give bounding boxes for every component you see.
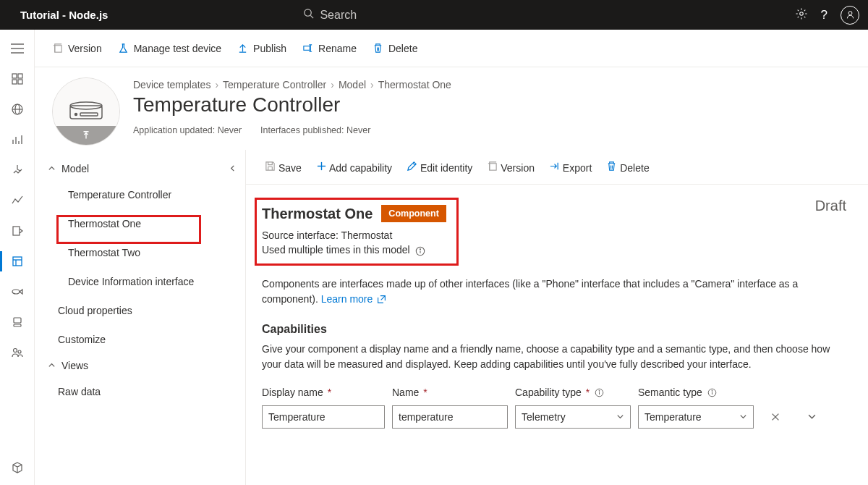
templates-icon[interactable] [10,254,25,269]
globe-icon[interactable] [10,102,25,117]
command-bar: Version Manage test device Publish Renam… [35,30,868,67]
semantic-type-select[interactable]: Temperature [638,405,754,429]
admin-icon[interactable] [10,315,25,329]
dashboard-icon[interactable] [10,72,25,86]
svg-rect-7 [12,74,17,78]
component-description: Components are interfaces made up of oth… [262,277,846,307]
component-badge: Component [381,205,446,222]
chevron-left-icon[interactable] [229,163,237,174]
help-icon[interactable]: ? [821,8,827,22]
chart-icon[interactable] [10,132,25,147]
svg-point-22 [12,290,20,294]
save-button: Save [265,161,302,174]
info-icon[interactable] [595,388,604,397]
template-icon [52,77,120,146]
export-icon[interactable] [10,284,25,299]
learn-more-link[interactable]: Learn more [321,293,373,305]
version-icon [52,43,63,54]
capabilities-description: Give your component a display name and a… [262,342,846,372]
external-link-icon [377,295,386,304]
app-title: Tutorial - Node.js [20,9,108,21]
component-title: Thermostat One [262,206,373,222]
delete-button[interactable]: Delete [606,161,649,174]
svg-rect-27 [55,46,61,52]
column-name: Name * [392,387,508,398]
breadcrumb-item[interactable]: Model [339,79,366,90]
used-multiple-label: Used multiple times in this model [262,242,836,257]
column-semantic-type: Semantic type [638,387,754,398]
breadcrumb-item: Thermostat One [378,79,451,90]
rename-icon [302,43,313,54]
expand-row-button[interactable] [797,412,826,421]
gear-icon[interactable] [795,7,808,23]
cube-icon[interactable] [10,460,25,475]
chevron-down-icon [739,411,747,423]
hamburger-icon[interactable] [10,41,25,56]
name-input[interactable]: temperature [392,405,508,429]
analytics-icon[interactable] [10,193,25,208]
trash-icon [606,161,617,172]
rules-icon[interactable] [10,163,25,177]
tree-item-cloud-properties[interactable]: Cloud properties [35,296,245,325]
svg-rect-24 [14,324,21,326]
interfaces-published-label: Interfaces published: Never [260,125,370,135]
nav-rail [0,30,35,485]
svg-line-1 [311,15,314,18]
svg-rect-29 [70,106,102,119]
edit-identity-button[interactable]: Edit identity [407,161,472,174]
search-icon [303,8,314,22]
publish-button[interactable]: Publish [237,43,286,54]
search-placeholder: Search [320,9,357,22]
chevron-up-icon [48,163,56,174]
jobs-icon[interactable] [10,224,25,238]
svg-rect-28 [304,46,310,51]
remove-row-button[interactable] [761,412,790,422]
svg-rect-9 [12,80,17,84]
info-icon[interactable] [707,388,717,397]
publish-icon [237,43,248,54]
source-interface-label: Source interface: Thermostat [262,228,836,242]
breadcrumb-item[interactable]: Temperature Controller [223,79,326,90]
chevron-down-icon [616,411,624,423]
column-display-name: Display name * [262,387,385,398]
manage-test-device-button[interactable]: Manage test device [118,43,221,54]
svg-rect-18 [13,227,20,235]
model-tree: Model Temperature Controller Thermostat … [35,150,246,485]
flask-icon [118,43,129,54]
tree-item-thermostat-two[interactable]: Thermostat Two [35,238,245,267]
svg-rect-35 [490,163,496,169]
tree-item-temperature-controller[interactable]: Temperature Controller [35,180,245,209]
svg-point-41 [599,391,600,392]
edit-icon [407,161,417,172]
svg-point-44 [712,391,712,392]
info-icon[interactable] [415,246,425,256]
svg-point-38 [420,248,420,249]
breadcrumb-item[interactable]: Device templates [133,79,210,90]
users-icon[interactable] [10,345,25,360]
tree-item-device-info[interactable]: Device Information interface [35,267,245,296]
views-section[interactable]: Views [35,354,245,377]
svg-point-0 [305,9,311,16]
version-button: Version [52,43,102,54]
tree-item-raw-data[interactable]: Raw data [35,377,245,406]
version-icon [487,161,498,172]
export-button[interactable]: Export [549,161,592,174]
capabilities-heading: Capabilities [262,323,846,336]
add-capability-button[interactable]: Add capability [316,161,392,174]
rename-button[interactable]: Rename [302,43,357,54]
display-name-input[interactable]: Temperature [262,405,385,429]
search-input[interactable]: Search [303,8,357,22]
tree-item-customize[interactable]: Customize [35,325,245,354]
delete-button[interactable]: Delete [373,43,417,54]
content-command-bar: Save Add capability Edit identity Versio… [246,150,868,185]
export-icon [549,161,560,172]
svg-point-3 [848,12,852,15]
avatar[interactable] [841,6,859,25]
trash-icon [373,43,383,54]
model-section[interactable]: Model [35,157,245,180]
svg-rect-32 [80,113,98,116]
capability-type-select[interactable]: Telemetry [515,405,631,429]
svg-point-26 [18,350,21,353]
breadcrumb: Device templates›Temperature Controller›… [133,79,451,90]
tree-item-thermostat-one[interactable]: Thermostat One [35,209,245,238]
